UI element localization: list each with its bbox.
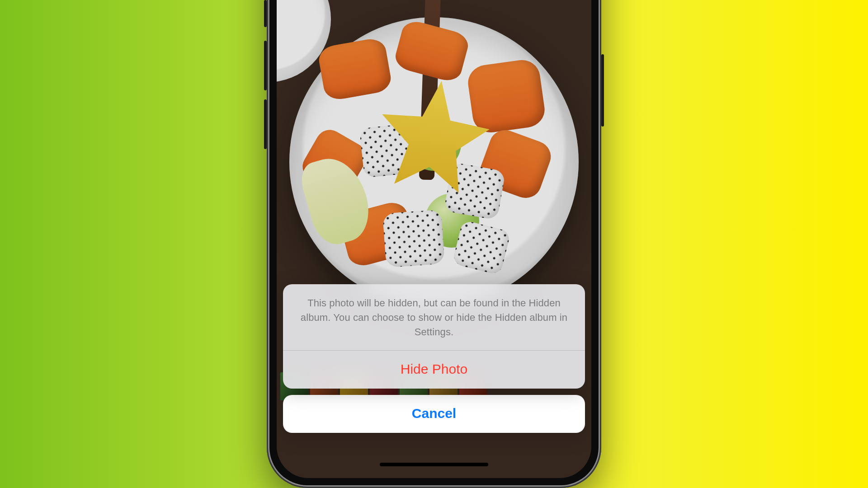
power-button — [601, 54, 604, 127]
hide-photo-button[interactable]: Hide Photo — [283, 351, 585, 389]
volume-down-button — [264, 99, 267, 149]
iphone-frame: This photo will be hidden, but can be fo… — [267, 0, 601, 488]
cancel-button[interactable]: Cancel — [283, 395, 585, 433]
action-sheet-message: This photo will be hidden, but can be fo… — [283, 284, 585, 350]
mute-switch — [264, 0, 267, 27]
volume-up-button — [264, 41, 267, 90]
phone-screen: This photo will be hidden, but can be fo… — [277, 0, 591, 478]
home-indicator[interactable] — [380, 463, 488, 466]
action-sheet: This photo will be hidden, but can be fo… — [283, 284, 585, 433]
